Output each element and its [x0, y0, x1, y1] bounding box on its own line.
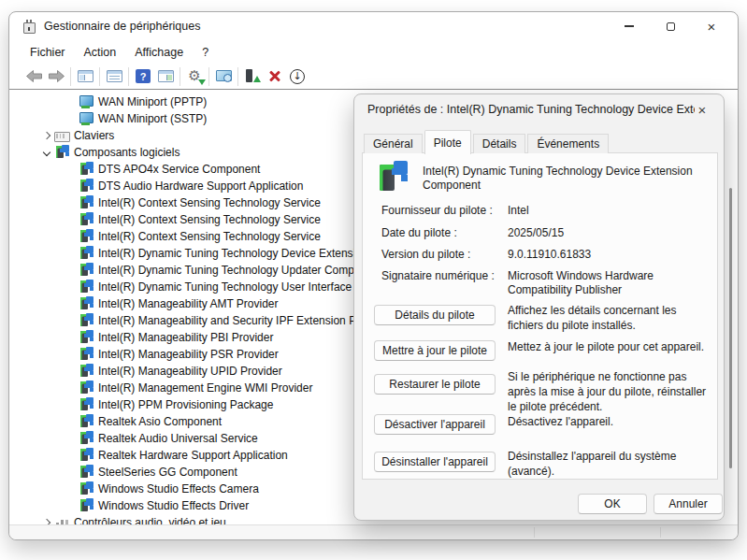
- driver-version-label: Version du pilote :: [381, 248, 508, 261]
- window-title: Gestionnaire de périphériques: [44, 20, 200, 33]
- tab-general[interactable]: Général: [364, 134, 423, 153]
- keyboard-icon: [54, 128, 69, 143]
- menu-affichage[interactable]: Affichage: [125, 43, 193, 62]
- menu-action[interactable]: Action: [75, 43, 126, 62]
- dialog-close-button[interactable]: ×: [692, 100, 712, 119]
- close-button[interactable]: ×: [691, 12, 732, 40]
- driver-details-button[interactable]: Détails du pilote: [374, 305, 496, 325]
- tab-details[interactable]: Détails: [473, 134, 526, 153]
- roll-back-driver-description: Si le périphérique ne fonctionne pas apr…: [508, 369, 711, 414]
- software-component-icon: [79, 296, 93, 311]
- toolbar-separator: [237, 67, 238, 86]
- status-bar: [9, 524, 738, 539]
- properties-icon[interactable]: [103, 66, 125, 87]
- software-component-icon: [79, 162, 93, 177]
- update-driver-settings-icon[interactable]: ⚙: [183, 66, 206, 87]
- software-component-icon: [79, 179, 93, 194]
- chevron-collapsed-icon[interactable]: [39, 128, 54, 143]
- driver-version-value: 9.0.11910.61833: [508, 248, 711, 262]
- software-component-icon: [79, 330, 93, 345]
- digital-signer-value: Microsoft Windows Hardware Compatibility…: [508, 269, 711, 297]
- maximize-icon: [667, 22, 675, 31]
- status-bar-divider: [534, 527, 535, 538]
- chevron-expanded-icon[interactable]: [39, 145, 54, 160]
- forward-icon[interactable]: [45, 66, 67, 87]
- window-controls: ×: [609, 12, 732, 40]
- menu-fichier[interactable]: Fichier: [22, 43, 75, 62]
- software-component-icon: [79, 364, 93, 379]
- digital-signer-label: Signataire numérique :: [381, 269, 508, 282]
- device-name: Intel(R) Dynamic Tuning Technology Devic…: [423, 165, 708, 193]
- properties-dialog: Propriétés de : Intel(R) Dynamic Tuning …: [353, 93, 725, 521]
- driver-provider-value: Intel: [508, 204, 711, 218]
- update-driver-button[interactable]: Mettre à jour le pilote: [374, 340, 496, 361]
- update-driver-icon[interactable]: [241, 66, 264, 87]
- maximize-button[interactable]: [650, 12, 691, 40]
- toolbar-separator: [208, 67, 209, 86]
- ok-button[interactable]: OK: [578, 494, 647, 514]
- tab-pilote[interactable]: Pilote: [424, 130, 471, 154]
- update-driver-description: Mettez à jour le pilote pour cet apparei…: [508, 339, 711, 354]
- software-component-icon: [79, 246, 93, 261]
- toolbar-separator: [70, 67, 71, 86]
- software-component-icon: [79, 448, 93, 463]
- software-component-icon: [79, 498, 93, 513]
- tab-evenements[interactable]: Événements: [527, 134, 609, 153]
- software-component-icon: [79, 229, 93, 244]
- software-component-icon: [79, 397, 93, 412]
- software-component-icon: [376, 161, 409, 194]
- network-adapter-icon: [79, 94, 93, 109]
- toolbar-separator: [99, 67, 100, 86]
- software-component-icon: [79, 212, 93, 227]
- toolbar-separator: [180, 67, 180, 86]
- software-component-icon: [79, 414, 93, 429]
- title-bar: Gestionnaire de périphériques ×: [9, 12, 738, 40]
- minimize-button[interactable]: [609, 12, 650, 40]
- software-component-icon: [79, 263, 93, 278]
- driver-provider-label: Fournisseur du pilote :: [381, 204, 508, 217]
- help-icon[interactable]: ?: [132, 66, 154, 87]
- uninstall-device-button[interactable]: Désinstaller l'appareil: [374, 452, 496, 472]
- back-icon[interactable]: [22, 66, 45, 87]
- toolbar-separator: [128, 67, 129, 86]
- driver-date-value: 2025/05/15: [508, 226, 711, 240]
- software-component-icon: [79, 481, 93, 496]
- disable-device-icon[interactable]: ↓: [286, 66, 309, 87]
- network-adapter-icon: [79, 111, 93, 126]
- disable-device-description: Désactivez l'appareil.: [508, 414, 711, 429]
- cancel-button[interactable]: Annuler: [654, 494, 723, 514]
- scan-hardware-changes-icon[interactable]: [212, 66, 235, 87]
- action-pane-icon[interactable]: [154, 66, 177, 87]
- minimize-icon: [625, 25, 634, 27]
- software-component-icon: [79, 381, 93, 395]
- dialog-tabs: Général Pilote Détails Événements: [364, 129, 611, 153]
- screen: Gestionnaire de périphériques × Fichier …: [0, 0, 747, 560]
- close-icon: ×: [708, 20, 716, 34]
- toolbar: ? ⚙ ↓: [9, 64, 738, 89]
- menu-help[interactable]: ?: [193, 43, 218, 62]
- uninstall-device-icon[interactable]: [264, 66, 286, 87]
- menu-bar: Fichier Action Affichage ?: [9, 41, 738, 64]
- roll-back-driver-button[interactable]: Restaurer le pilote: [374, 374, 496, 395]
- software-component-icon: [54, 145, 69, 160]
- disable-device-button[interactable]: Désactiver l'appareil: [374, 414, 496, 435]
- uninstall-device-description: Désinstallez l'appareil du système (avan…: [508, 449, 711, 479]
- status-bar-divider: [660, 527, 661, 538]
- device-manager-app-icon: [22, 20, 36, 33]
- dialog-title: Propriétés de : Intel(R) Dynamic Tuning …: [367, 103, 695, 116]
- software-component-icon: [79, 465, 93, 480]
- driver-date-label: Date du pilote :: [381, 226, 508, 239]
- software-component-icon: [79, 347, 93, 362]
- driver-tab-page: Intel(R) Dynamic Tuning Technology Devic…: [362, 152, 718, 480]
- software-component-icon: [79, 280, 93, 294]
- show-console-tree-icon[interactable]: [74, 66, 96, 87]
- software-component-icon: [79, 313, 93, 328]
- close-icon: ×: [698, 102, 707, 118]
- software-component-icon: [79, 195, 93, 210]
- driver-details-description: Affichez les détails concernant les fich…: [508, 303, 711, 333]
- software-component-icon: [79, 431, 93, 446]
